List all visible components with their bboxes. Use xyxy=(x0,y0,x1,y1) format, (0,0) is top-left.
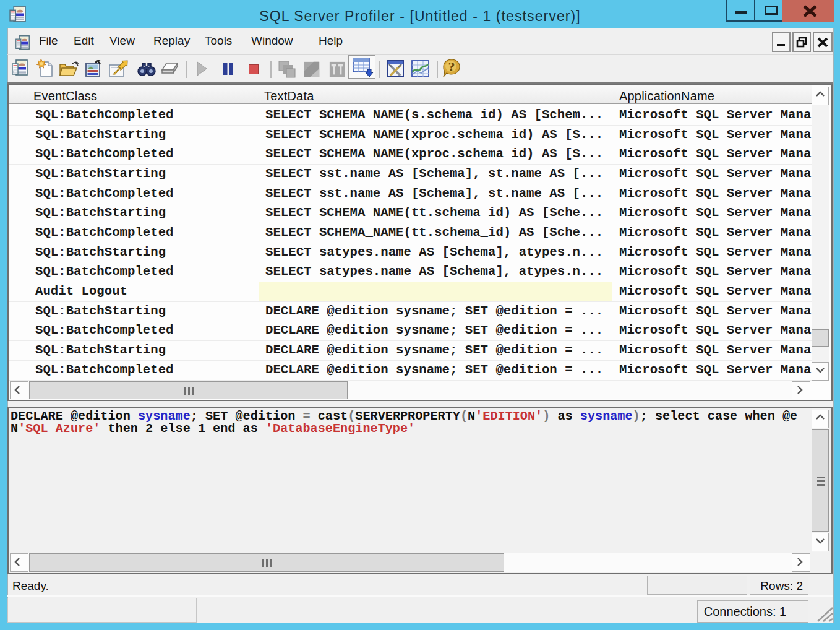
svg-text:?: ? xyxy=(448,59,455,74)
